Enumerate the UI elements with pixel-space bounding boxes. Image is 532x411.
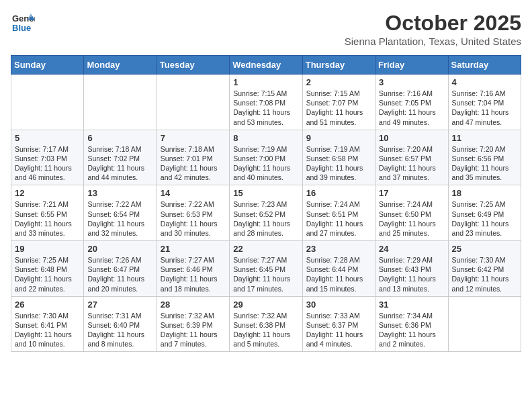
day-number: 29 — [233, 300, 298, 310]
cell-content: Sunrise: 7:18 AMSunset: 7:02 PMDaylight:… — [87, 144, 152, 183]
cell-content: Sunrise: 7:21 AMSunset: 6:55 PMDaylight:… — [15, 199, 80, 238]
cell-content: Sunrise: 7:22 AMSunset: 6:53 PMDaylight:… — [161, 199, 226, 238]
day-number: 21 — [161, 244, 226, 254]
day-number: 22 — [233, 244, 298, 254]
calendar-cell: 25Sunrise: 7:30 AMSunset: 6:42 PMDayligh… — [448, 241, 521, 297]
calendar-cell: 1Sunrise: 7:15 AMSunset: 7:08 PMDaylight… — [230, 75, 302, 130]
calendar-cell: 2Sunrise: 7:15 AMSunset: 7:07 PMDaylight… — [302, 75, 375, 130]
cell-content: Sunrise: 7:34 AMSunset: 6:36 PMDaylight:… — [379, 311, 444, 349]
day-number: 26 — [15, 300, 80, 310]
calendar-cell: 3Sunrise: 7:16 AMSunset: 7:05 PMDaylight… — [375, 75, 448, 130]
day-number: 17 — [379, 188, 444, 198]
cell-content: Sunrise: 7:32 AMSunset: 6:38 PMDaylight:… — [233, 311, 298, 349]
calendar-cell: 28Sunrise: 7:32 AMSunset: 6:39 PMDayligh… — [157, 296, 229, 352]
day-number: 8 — [233, 133, 298, 143]
calendar-cell: 17Sunrise: 7:24 AMSunset: 6:50 PMDayligh… — [375, 185, 448, 241]
cell-content: Sunrise: 7:25 AMSunset: 6:49 PMDaylight:… — [452, 199, 517, 238]
column-header-sunday: Sunday — [11, 56, 84, 75]
cell-content: Sunrise: 7:15 AMSunset: 7:08 PMDaylight:… — [233, 89, 298, 127]
cell-content: Sunrise: 7:28 AMSunset: 6:44 PMDaylight:… — [306, 255, 371, 293]
logo: General Blue — [11, 11, 35, 38]
day-number: 13 — [87, 188, 152, 198]
cell-content: Sunrise: 7:32 AMSunset: 6:39 PMDaylight:… — [161, 311, 226, 349]
cell-content: Sunrise: 7:24 AMSunset: 6:51 PMDaylight:… — [306, 199, 371, 238]
calendar-cell: 27Sunrise: 7:31 AMSunset: 6:40 PMDayligh… — [84, 296, 157, 352]
calendar-cell: 24Sunrise: 7:29 AMSunset: 6:43 PMDayligh… — [375, 241, 448, 297]
day-number: 23 — [306, 244, 371, 254]
calendar-cell: 26Sunrise: 7:30 AMSunset: 6:41 PMDayligh… — [11, 296, 84, 352]
cell-content: Sunrise: 7:25 AMSunset: 6:48 PMDaylight:… — [15, 255, 80, 293]
cell-content: Sunrise: 7:27 AMSunset: 6:45 PMDaylight:… — [233, 255, 298, 293]
calendar-cell: 7Sunrise: 7:18 AMSunset: 7:01 PMDaylight… — [157, 130, 229, 185]
calendar-cell: 29Sunrise: 7:32 AMSunset: 6:38 PMDayligh… — [230, 296, 302, 352]
cell-content: Sunrise: 7:20 AMSunset: 6:56 PMDaylight:… — [452, 144, 517, 183]
cell-content: Sunrise: 7:30 AMSunset: 6:41 PMDaylight:… — [15, 311, 80, 349]
month-title: October 2025 — [345, 11, 521, 36]
column-header-wednesday: Wednesday — [230, 56, 302, 75]
column-header-friday: Friday — [375, 56, 448, 75]
day-number: 3 — [379, 77, 444, 87]
cell-content: Sunrise: 7:15 AMSunset: 7:07 PMDaylight:… — [306, 89, 371, 127]
cell-content: Sunrise: 7:17 AMSunset: 7:03 PMDaylight:… — [15, 144, 80, 183]
column-header-monday: Monday — [84, 56, 157, 75]
cell-content: Sunrise: 7:29 AMSunset: 6:43 PMDaylight:… — [379, 255, 444, 293]
cell-content: Sunrise: 7:23 AMSunset: 6:52 PMDaylight:… — [233, 199, 298, 238]
calendar-cell: 4Sunrise: 7:16 AMSunset: 7:04 PMDaylight… — [448, 75, 521, 130]
cell-content: Sunrise: 7:20 AMSunset: 6:57 PMDaylight:… — [379, 144, 444, 183]
calendar-cell — [84, 75, 157, 130]
calendar-cell: 5Sunrise: 7:17 AMSunset: 7:03 PMDaylight… — [11, 130, 84, 185]
logo-icon: General Blue — [11, 11, 35, 38]
day-number: 15 — [233, 188, 298, 198]
calendar-table: SundayMondayTuesdayWednesdayThursdayFrid… — [11, 55, 521, 352]
day-number: 28 — [161, 300, 226, 310]
calendar-cell: 23Sunrise: 7:28 AMSunset: 6:44 PMDayligh… — [302, 241, 375, 297]
title-block: October 2025 Sienna Plantation, Texas, U… — [345, 11, 521, 47]
calendar-cell — [157, 75, 229, 130]
calendar-cell: 31Sunrise: 7:34 AMSunset: 6:36 PMDayligh… — [375, 296, 448, 352]
day-number: 31 — [379, 300, 444, 310]
cell-content: Sunrise: 7:16 AMSunset: 7:05 PMDaylight:… — [379, 89, 444, 127]
day-number: 11 — [452, 133, 517, 143]
day-number: 19 — [15, 244, 80, 254]
cell-content: Sunrise: 7:30 AMSunset: 6:42 PMDaylight:… — [452, 255, 517, 293]
day-number: 6 — [87, 133, 152, 143]
cell-content: Sunrise: 7:27 AMSunset: 6:46 PMDaylight:… — [161, 255, 226, 293]
day-number: 5 — [15, 133, 80, 143]
cell-content: Sunrise: 7:26 AMSunset: 6:47 PMDaylight:… — [87, 255, 152, 293]
day-number: 30 — [306, 300, 371, 310]
day-number: 2 — [306, 77, 371, 87]
calendar-cell: 14Sunrise: 7:22 AMSunset: 6:53 PMDayligh… — [157, 185, 229, 241]
calendar-cell: 10Sunrise: 7:20 AMSunset: 6:57 PMDayligh… — [375, 130, 448, 185]
calendar-cell: 11Sunrise: 7:20 AMSunset: 6:56 PMDayligh… — [448, 130, 521, 185]
column-header-saturday: Saturday — [448, 56, 521, 75]
day-number: 9 — [306, 133, 371, 143]
day-number: 14 — [161, 188, 226, 198]
day-number: 12 — [15, 188, 80, 198]
cell-content: Sunrise: 7:24 AMSunset: 6:50 PMDaylight:… — [379, 199, 444, 238]
column-header-thursday: Thursday — [302, 56, 375, 75]
day-number: 18 — [452, 188, 517, 198]
cell-content: Sunrise: 7:31 AMSunset: 6:40 PMDaylight:… — [87, 311, 152, 349]
calendar-cell: 21Sunrise: 7:27 AMSunset: 6:46 PMDayligh… — [157, 241, 229, 297]
calendar-cell: 18Sunrise: 7:25 AMSunset: 6:49 PMDayligh… — [448, 185, 521, 241]
day-number: 4 — [452, 77, 517, 87]
day-number: 25 — [452, 244, 517, 254]
page-header: General Blue October 2025 Sienna Plantat… — [11, 11, 521, 47]
calendar-cell: 30Sunrise: 7:33 AMSunset: 6:37 PMDayligh… — [302, 296, 375, 352]
day-number: 10 — [379, 133, 444, 143]
calendar-cell: 6Sunrise: 7:18 AMSunset: 7:02 PMDaylight… — [84, 130, 157, 185]
cell-content: Sunrise: 7:19 AMSunset: 7:00 PMDaylight:… — [233, 144, 298, 183]
calendar-cell: 22Sunrise: 7:27 AMSunset: 6:45 PMDayligh… — [230, 241, 302, 297]
cell-content: Sunrise: 7:16 AMSunset: 7:04 PMDaylight:… — [452, 89, 517, 127]
calendar-cell: 9Sunrise: 7:19 AMSunset: 6:58 PMDaylight… — [302, 130, 375, 185]
cell-content: Sunrise: 7:33 AMSunset: 6:37 PMDaylight:… — [306, 311, 371, 349]
calendar-cell — [11, 75, 84, 130]
cell-content: Sunrise: 7:19 AMSunset: 6:58 PMDaylight:… — [306, 144, 371, 183]
day-number: 24 — [379, 244, 444, 254]
day-number: 27 — [87, 300, 152, 310]
calendar-cell: 19Sunrise: 7:25 AMSunset: 6:48 PMDayligh… — [11, 241, 84, 297]
svg-text:Blue: Blue — [12, 23, 31, 33]
calendar-cell: 20Sunrise: 7:26 AMSunset: 6:47 PMDayligh… — [84, 241, 157, 297]
calendar-cell: 8Sunrise: 7:19 AMSunset: 7:00 PMDaylight… — [230, 130, 302, 185]
calendar-cell: 12Sunrise: 7:21 AMSunset: 6:55 PMDayligh… — [11, 185, 84, 241]
